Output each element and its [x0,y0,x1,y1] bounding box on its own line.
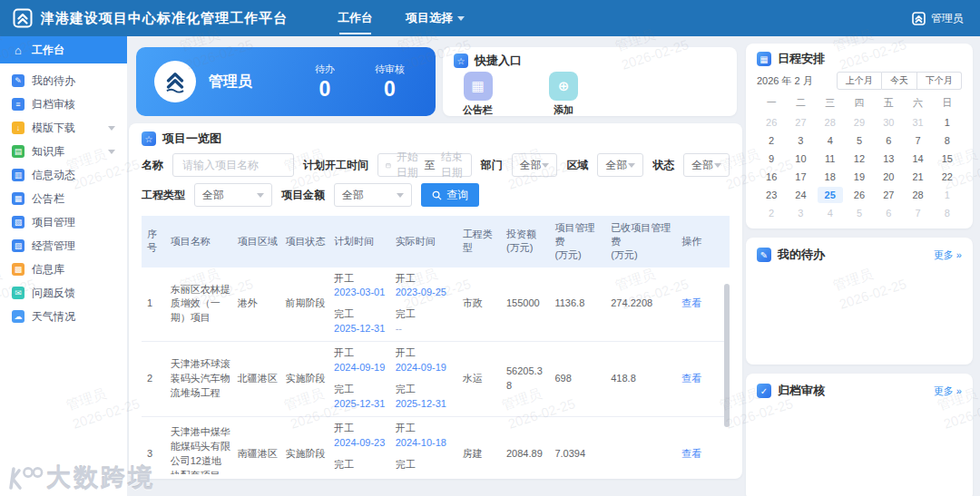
calendar-day[interactable]: 7 [905,205,930,221]
quick-entry-item-1[interactable]: ▦公告栏 [463,72,493,117]
top-tab-2[interactable]: 项目选择 [406,10,465,26]
column-header-label: 项目管理费 [554,221,603,248]
calendar-day[interactable]: 22 [935,169,960,185]
sidebar-item-8[interactable]: ▧项目管理 [0,210,127,234]
calendar-day[interactable]: 28 [905,187,930,203]
column-header-sub: (万元) [506,241,547,255]
calendar-day[interactable]: 3 [788,132,813,149]
end-date-value[interactable]: 2025-12-31 [334,397,388,412]
review-stat[interactable]: 待审核 0 [375,63,405,102]
calendar-day[interactable]: 24 [788,187,813,203]
calendar-day[interactable]: 14 [905,151,930,167]
calendar-day[interactable]: 31 [905,114,930,131]
calendar-day[interactable]: 10 [788,151,813,167]
calendar-day[interactable]: 7 [905,132,930,149]
calendar-day[interactable]: 30 [876,114,901,131]
quick-entry-item-2[interactable]: ⊕添加 [549,72,578,117]
prev-month-button[interactable]: 上个月 [837,72,882,90]
calendar-day[interactable]: 5 [847,205,872,221]
calendar-day[interactable]: 6 [876,132,901,149]
calendar-day[interactable]: 4 [818,132,843,149]
top-tab-1[interactable]: 工作台 [338,10,373,26]
search-button[interactable]: 查询 [421,183,479,207]
calendar-day[interactable]: 13 [876,151,901,167]
calendar-day[interactable]: 4 [818,205,843,221]
calendar-day[interactable]: 26 [847,187,872,203]
end-date-placeholder[interactable]: 结束日期 [441,150,464,180]
table-scrollbar[interactable] [724,284,730,427]
calendar-day[interactable]: 27 [876,187,901,203]
calendar-day[interactable]: 2 [759,205,784,221]
calendar-day[interactable]: 16 [759,169,784,185]
sidebar-item-9[interactable]: ▨经营管理 [0,234,127,258]
amount-select[interactable]: 全部 [334,183,412,207]
calendar-day[interactable]: 3 [788,205,813,221]
start-date-value[interactable]: 2024-09-19 [396,361,456,375]
calendar-day[interactable]: 9 [759,151,784,167]
sidebar-item-1[interactable]: ⌂工作台 [0,36,127,63]
end-date-value[interactable]: 2025-12-31 [334,322,388,336]
end-date-value[interactable]: 2024-12-31 [334,472,388,474]
calendar-day[interactable]: 17 [788,169,813,185]
calendar-day[interactable]: 11 [818,151,843,167]
calendar-day[interactable]: 8 [935,205,960,221]
avatar [154,61,196,102]
user-name: 管理员 [209,73,252,92]
calendar-day[interactable]: 12 [847,151,872,167]
chevron-down-icon [397,193,404,198]
view-link[interactable]: 查看 [681,448,701,459]
start-date-value[interactable]: 2023-09-25 [396,286,456,300]
calendar-day[interactable]: 18 [818,169,843,185]
weekday-label: 六 [903,92,932,113]
next-month-button[interactable]: 下个月 [917,72,962,90]
archive-more-link[interactable]: 更多 » [934,384,962,398]
project-name-input[interactable] [181,158,286,172]
calendar-day[interactable]: 19 [847,169,872,185]
sidebar-item-5[interactable]: ▤知识库 [0,140,127,163]
view-link[interactable]: 查看 [681,297,701,308]
filters-row-2: 工程类型 全部 项目金额 全部 查询 [142,183,730,207]
topbar-user[interactable]: 管理员 [912,11,980,26]
calendar-day[interactable]: 20 [876,169,901,185]
calendar-day[interactable]: 26 [759,114,784,131]
calendar-day[interactable]: 29 [847,114,872,131]
start-date-placeholder[interactable]: 开始日期 [397,150,419,180]
calendar-day[interactable]: 28 [818,114,843,131]
filters-row-1: 名称 计划开工时间 开始日期 至 结束日期 部门 全部 区域 全部 [142,153,730,177]
status-select[interactable]: 全部 [683,153,730,177]
region-select[interactable]: 全部 [597,153,643,177]
calendar-day[interactable]: 21 [905,169,930,185]
calendar-day[interactable]: 23 [759,187,784,203]
sidebar-item-6[interactable]: ▥信息动态 [0,163,127,187]
view-link[interactable]: 查看 [681,373,701,384]
sidebar-item-11[interactable]: ✉问题反馈 [0,281,127,305]
calendar-day[interactable]: 6 [876,205,901,221]
calendar-day[interactable]: 15 [935,151,960,167]
start-date-value[interactable]: 2024-09-23 [334,436,388,451]
calendar-day[interactable]: 8 [935,132,960,149]
calendar-day-today[interactable]: 25 [818,187,843,203]
calendar-day[interactable]: 27 [788,114,813,131]
start-date-value[interactable]: 2023-03-01 [334,286,388,300]
type-select[interactable]: 全部 [194,183,272,207]
calendar-day[interactable]: 5 [847,132,872,149]
sidebar-item-10[interactable]: ▩信息库 [0,258,127,281]
weekday-label: 五 [874,92,903,113]
end-date-value[interactable]: 2025-12-31 [396,397,456,412]
todo-more-link[interactable]: 更多 » [934,248,962,262]
calendar-day[interactable]: 2 [759,132,784,149]
todo-stat[interactable]: 待办 0 [315,63,335,102]
date-range-input[interactable]: 开始日期 至 结束日期 [377,153,472,177]
dept-select[interactable]: 全部 [512,153,558,177]
today-button[interactable]: 今天 [882,72,917,90]
sidebar-item-2[interactable]: ✎我的待办 [0,69,127,92]
sidebar-item-3[interactable]: ≡归档审核 [0,92,127,116]
calendar-day[interactable]: 1 [935,114,960,131]
sidebar-item-4[interactable]: ↓模版下载 [0,116,127,140]
start-date-value[interactable]: 2024-10-18 [396,436,456,451]
sidebar-item-12[interactable]: ☁天气情况 [0,305,127,328]
calendar-day[interactable]: 1 [935,187,960,203]
end-date-value[interactable]: 2024-12-31 [396,472,456,474]
start-date-value[interactable]: 2024-09-19 [334,361,388,375]
sidebar-item-7[interactable]: ▦公告栏 [0,187,127,210]
